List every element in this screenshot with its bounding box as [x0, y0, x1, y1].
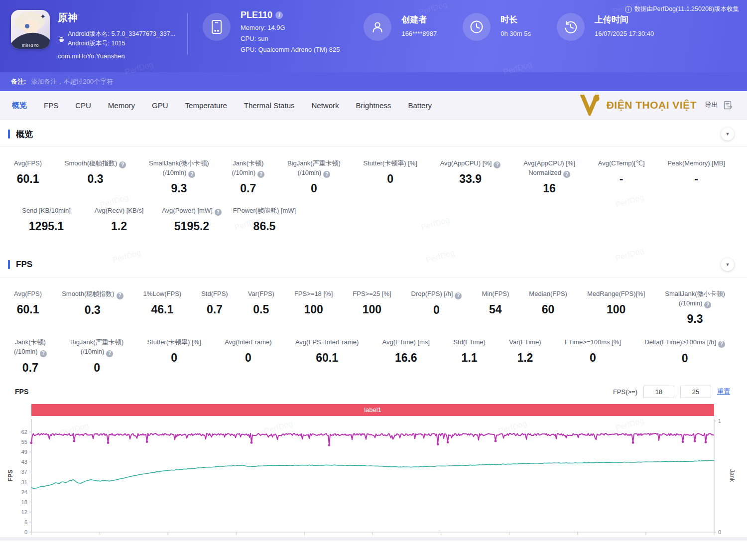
duration-block: 时长 0h 30m 5s: [463, 10, 531, 41]
tab-temperature[interactable]: Temperature: [185, 101, 227, 110]
remark-placeholder: 添加备注，不超过200个字符: [31, 77, 113, 86]
metric-label: Smooth(稳帧指数)?: [62, 289, 123, 299]
creator-circle: [364, 13, 391, 41]
metric-label: 1%Low(FPS): [143, 289, 182, 299]
help-icon[interactable]: ?: [455, 292, 462, 299]
help-icon[interactable]: ?: [188, 171, 195, 178]
metric-item: Avg(Power) [mW]?5195.2: [155, 206, 228, 233]
remark-label: 备注:: [11, 77, 26, 86]
reset-link[interactable]: 重置: [717, 387, 730, 396]
metric-label: Avg(Recv) [KB/s]: [85, 206, 153, 216]
metric-value: 0: [287, 182, 341, 195]
metric-value: 0.3: [65, 172, 126, 186]
person-icon: [371, 20, 384, 34]
metric-label: MedRange(FPS)[%]: [587, 289, 645, 299]
metric-value: 16.6: [382, 351, 430, 365]
perfdog-report-page: ✦ miHoYo 原神 Android版本名: 5.7.0_33477673_3…: [0, 0, 747, 560]
svg-text:Jank: Jank: [729, 469, 736, 482]
metric-label: SmallJank(微小卡顿) (/10min)?: [665, 289, 725, 308]
metric-value: 60: [529, 303, 567, 316]
tab-battery[interactable]: Battery: [408, 101, 432, 110]
help-icon[interactable]: ?: [323, 171, 330, 178]
chart-label-bar: label1: [31, 404, 714, 416]
remark-bar[interactable]: 备注: 添加备注，不超过200个字符 PerfDog PerfDog: [0, 72, 747, 91]
tab-fps[interactable]: FPS: [44, 101, 58, 110]
info-icon: i: [625, 6, 632, 13]
fps-collapse-button[interactable]: ▼: [721, 258, 734, 271]
tab-network[interactable]: Network: [311, 101, 339, 110]
android-version-code: Android版本号: 1015: [68, 39, 175, 48]
tab-cpu[interactable]: CPU: [75, 101, 91, 110]
help-icon[interactable]: ?: [704, 301, 711, 308]
metric-value: 0: [364, 172, 417, 186]
metric-value: 0.7: [232, 182, 264, 195]
fps-section-title: FPS: [16, 260, 32, 270]
tab-brightness[interactable]: Brightness: [356, 101, 391, 110]
fps-chart-area: 0612182431374349556201FPSJank PerfDog Pe…: [0, 416, 747, 541]
help-icon[interactable]: ?: [119, 161, 126, 168]
metric-value: 60.1: [14, 172, 42, 186]
tab-gpu[interactable]: GPU: [152, 101, 168, 110]
tab-overview[interactable]: 概览: [12, 101, 27, 110]
fps-threshold-input-2[interactable]: [680, 386, 711, 398]
metric-value: 100: [353, 303, 391, 316]
chart-controls: FPS FPS(>=) 重置: [0, 382, 747, 398]
metric-label: Var(FPS): [248, 289, 274, 299]
metric-value: 9.3: [149, 182, 209, 195]
metric-value: 0: [565, 351, 621, 365]
tab-thermal-status[interactable]: Thermal Status: [244, 101, 295, 110]
fps-threshold-input-1[interactable]: [643, 386, 674, 398]
svg-text:55: 55: [21, 439, 27, 445]
help-icon[interactable]: ?: [117, 292, 124, 299]
xaxis-label-cutoff: [0, 537, 747, 541]
metric-item: SmallJank(微小卡顿) (/10min)?9.3: [147, 159, 211, 195]
metric-item: FPS>=18 [%]100: [292, 289, 335, 326]
metric-item: Avg(AppCPU) [%]?33.9: [438, 159, 503, 195]
metric-label: Avg(FPS): [14, 159, 42, 168]
star-decoration-icon: ✦: [40, 12, 46, 20]
metric-item: Avg(FPS)60.1: [12, 289, 44, 326]
svg-text:62: 62: [21, 429, 27, 435]
metric-label: Min(FPS): [482, 289, 509, 299]
metric-item: Smooth(稳帧指数)?0.3: [63, 159, 128, 195]
package-name: com.miHoYo.Yuanshen: [58, 52, 187, 60]
metric-value: 1295.1: [12, 220, 81, 233]
svg-text:0: 0: [718, 529, 721, 535]
creator-value: 166****8987: [401, 30, 437, 37]
metric-item: Min(FPS)54: [480, 289, 511, 326]
overview-section: 概览 ▼ Avg(FPS)60.1Smooth(稳帧指数)?0.3SmallJa…: [0, 120, 747, 247]
metric-value: 0: [147, 351, 201, 365]
metric-value: 0: [225, 351, 271, 365]
app-icon: ✦ miHoYo: [11, 10, 50, 49]
metric-label: Jank(卡顿) (/10min)?: [14, 338, 47, 357]
app-name: 原神: [58, 11, 187, 24]
metric-value: -: [598, 172, 645, 186]
help-icon[interactable]: ?: [257, 171, 264, 178]
upload-circle: [557, 13, 585, 41]
device-info-icon[interactable]: i: [275, 11, 283, 19]
export-icon[interactable]: [723, 100, 733, 110]
metric-item: Std(FPS)0.7: [199, 289, 230, 326]
metric-label: Avg(AppCPU) [%]?: [440, 159, 501, 168]
help-icon[interactable]: ?: [40, 350, 47, 357]
metric-item: Avg(FPS+InterFrame)60.1: [293, 338, 361, 374]
brand-text: ĐIỆN THOẠI VIỆT: [607, 99, 697, 111]
help-icon[interactable]: ?: [563, 171, 570, 178]
svg-text:49: 49: [21, 449, 27, 455]
svg-text:0: 0: [24, 529, 27, 535]
duration-label: 时长: [500, 14, 531, 25]
nav-bar: 概览FPSCPUMemoryGPUTemperatureThermal Stat…: [0, 91, 747, 120]
overview-collapse-button[interactable]: ▼: [721, 128, 734, 140]
metric-value: 5195.2: [157, 220, 226, 233]
duration-circle: [463, 13, 491, 41]
metric-label: FTime>=100ms [%]: [565, 338, 621, 347]
metric-item: 1%Low(FPS)46.1: [141, 289, 184, 326]
help-icon[interactable]: ?: [494, 161, 500, 168]
creator-block: 创建者 166****8987: [364, 10, 437, 41]
tab-memory[interactable]: Memory: [108, 101, 135, 110]
help-icon[interactable]: ?: [718, 341, 725, 348]
help-icon[interactable]: ?: [215, 209, 222, 216]
export-button[interactable]: 导出: [705, 101, 718, 110]
help-icon[interactable]: ?: [106, 350, 113, 357]
metric-item: Avg(InterFrame)0: [223, 338, 273, 374]
